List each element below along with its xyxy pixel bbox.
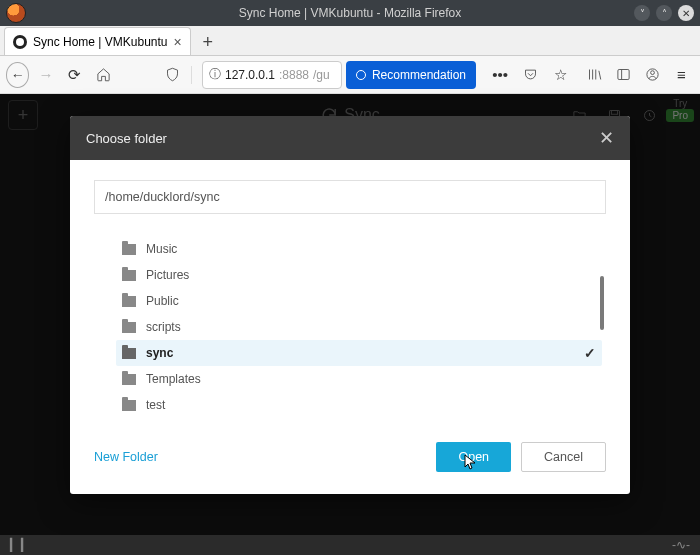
browser-navbar: ← → ⟳ ⓘ 127.0.0.1:8888/gu Recommendation…	[0, 56, 700, 94]
firefox-icon	[6, 3, 26, 23]
open-button[interactable]: Open	[436, 442, 511, 472]
status-bar: ▎▎ -∿-	[0, 535, 700, 555]
tab-favicon-icon	[13, 35, 27, 49]
forward-button[interactable]: →	[33, 61, 58, 89]
folder-row[interactable]: Music	[116, 236, 602, 262]
folder-icon	[122, 400, 136, 411]
sidebar-button[interactable]	[611, 61, 636, 89]
window-maximize-button[interactable]: ˄	[656, 5, 672, 21]
account-icon	[645, 67, 660, 82]
url-bar[interactable]: ⓘ 127.0.0.1:8888/gu	[202, 61, 342, 89]
app-menu-button[interactable]: ≡	[669, 61, 694, 89]
pause-icon[interactable]: ▎▎	[10, 538, 32, 552]
library-button[interactable]	[582, 61, 607, 89]
reload-button[interactable]: ⟳	[62, 61, 87, 89]
url-path: /gu	[313, 68, 330, 82]
folder-row[interactable]: Pictures	[116, 262, 602, 288]
activity-icon: -∿-	[672, 538, 690, 552]
page-actions-button[interactable]: •••	[486, 61, 514, 89]
folder-list: MusicPicturesPublicscriptssync✓Templates…	[94, 230, 606, 420]
window-close-button[interactable]: ✕	[678, 5, 694, 21]
folder-name: scripts	[146, 320, 181, 334]
modal-footer: New Folder Open Cancel	[70, 426, 630, 494]
folder-name: Pictures	[146, 268, 189, 282]
url-host: 127.0.0.1	[225, 68, 275, 82]
recommendation-button[interactable]: Recommendation	[346, 61, 476, 89]
account-button[interactable]	[640, 61, 665, 89]
tab-title: Sync Home | VMKubuntu	[33, 35, 168, 49]
modal-close-button[interactable]: ✕	[599, 127, 614, 149]
folder-row[interactable]: sync✓	[116, 340, 602, 366]
home-icon	[96, 67, 111, 82]
choose-folder-modal: Choose folder ✕ MusicPicturesPublicscrip…	[70, 116, 630, 494]
folder-name: test	[146, 398, 165, 412]
folder-icon	[122, 348, 136, 359]
cancel-button[interactable]: Cancel	[521, 442, 606, 472]
browser-tabstrip: Sync Home | VMKubuntu × +	[0, 26, 700, 56]
folder-icon	[122, 244, 136, 255]
library-icon	[587, 67, 602, 82]
folder-row[interactable]: Public	[116, 288, 602, 314]
folder-name: Templates	[146, 372, 201, 386]
home-button[interactable]	[91, 61, 116, 89]
folder-icon	[122, 296, 136, 307]
modal-header: Choose folder ✕	[70, 116, 630, 160]
folder-row[interactable]: scripts	[116, 314, 602, 340]
back-button[interactable]: ←	[6, 62, 29, 88]
url-port: :8888	[279, 68, 309, 82]
folder-row[interactable]: Templates	[116, 366, 602, 392]
site-security-button[interactable]	[160, 61, 185, 89]
tab-close-button[interactable]: ×	[174, 34, 182, 50]
window-title: Sync Home | VMKubuntu - Mozilla Firefox	[239, 6, 462, 20]
folder-path-input[interactable]	[94, 180, 606, 214]
svg-rect-0	[618, 70, 629, 80]
folder-name: Public	[146, 294, 179, 308]
bookmark-button[interactable]: ☆	[546, 61, 574, 89]
site-info-icon: ⓘ	[209, 66, 221, 83]
scrollbar-thumb[interactable]	[600, 276, 604, 330]
check-icon: ✓	[584, 345, 596, 361]
pocket-button[interactable]	[516, 61, 544, 89]
browser-tab[interactable]: Sync Home | VMKubuntu ×	[4, 27, 191, 55]
modal-overlay: Choose folder ✕ MusicPicturesPublicscrip…	[0, 94, 700, 535]
modal-title: Choose folder	[86, 131, 167, 146]
app-page: + Sync Try Pro Choose folder ✕	[0, 94, 700, 535]
window-titlebar: Sync Home | VMKubuntu - Mozilla Firefox …	[0, 0, 700, 26]
window-minimize-button[interactable]: ˅	[634, 5, 650, 21]
pocket-icon	[523, 67, 538, 82]
lightbulb-icon	[356, 70, 366, 80]
sidebar-icon	[616, 67, 631, 82]
folder-icon	[122, 322, 136, 333]
new-folder-link[interactable]: New Folder	[94, 450, 158, 464]
folder-name: sync	[146, 346, 173, 360]
folder-icon	[122, 270, 136, 281]
folder-icon	[122, 374, 136, 385]
svg-point-2	[651, 71, 655, 75]
open-button-label: Open	[458, 450, 489, 464]
folder-row[interactable]: test	[116, 392, 602, 418]
shield-icon	[165, 67, 180, 82]
new-tab-button[interactable]: +	[195, 29, 221, 55]
folder-name: Music	[146, 242, 177, 256]
cancel-button-label: Cancel	[544, 450, 583, 464]
recommendation-label: Recommendation	[372, 68, 466, 82]
